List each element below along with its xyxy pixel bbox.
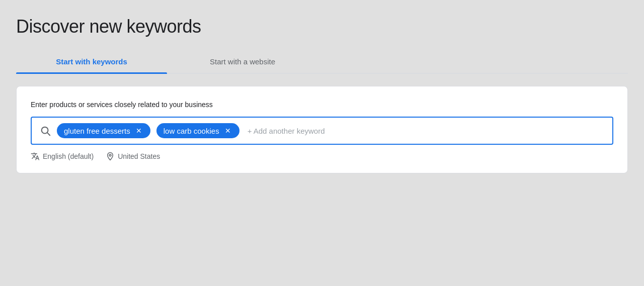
search-icon: [40, 125, 51, 136]
page-title: Discover new keywords: [16, 16, 628, 37]
add-another-keyword-text[interactable]: + Add another keyword: [246, 127, 604, 135]
location-label: United States: [118, 152, 160, 160]
keyword-chip-gluten-free-desserts: gluten free desserts ✕: [57, 123, 150, 138]
tab-start-with-keywords[interactable]: Start with keywords: [16, 51, 167, 73]
location-icon: [106, 152, 115, 161]
tabs-container: Start with keywords Start with a website: [16, 51, 628, 74]
page-container: Discover new keywords Start with keyword…: [0, 0, 644, 286]
chip-close-gluten-free-desserts[interactable]: ✕: [134, 126, 143, 135]
chip-close-low-carb-cookies[interactable]: ✕: [223, 126, 232, 135]
chip-label: low carb cookies: [164, 127, 219, 135]
chip-label: gluten free desserts: [64, 127, 130, 135]
card-instruction-label: Enter products or services closely relat…: [31, 101, 613, 109]
keyword-chip-low-carb-cookies: low carb cookies ✕: [156, 123, 239, 138]
svg-line-1: [47, 133, 50, 135]
location-selector[interactable]: United States: [106, 152, 160, 161]
language-selector[interactable]: English (default): [31, 152, 94, 161]
keyword-input-box[interactable]: gluten free desserts ✕ low carb cookies …: [31, 117, 613, 145]
language-label: English (default): [43, 152, 94, 160]
card-footer: English (default) United States: [31, 152, 613, 161]
svg-point-2: [109, 154, 111, 156]
translate-icon: [31, 152, 40, 161]
keyword-card: Enter products or services closely relat…: [16, 86, 628, 173]
tab-start-with-website[interactable]: Start with a website: [167, 51, 318, 73]
